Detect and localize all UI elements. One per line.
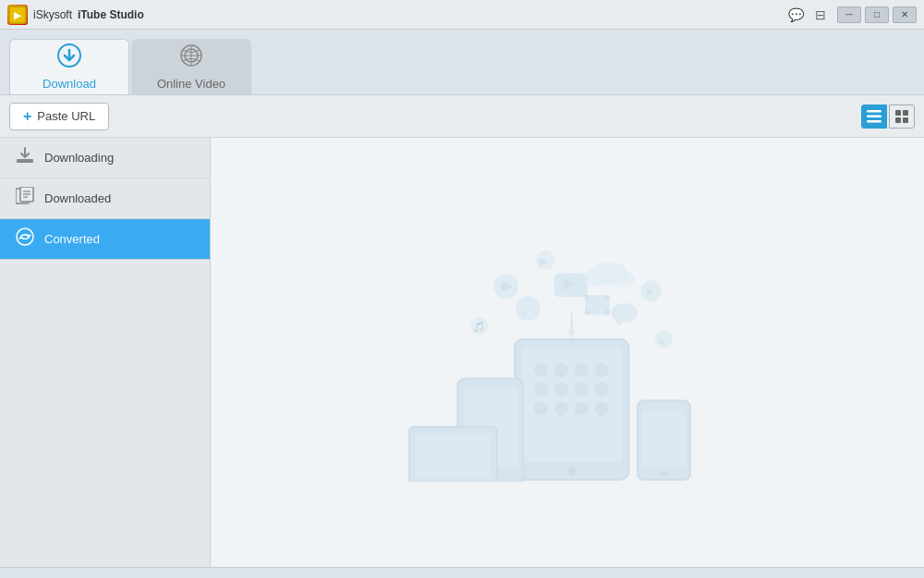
app-title: iTube Studio	[78, 8, 144, 21]
title-bar-left: ▶ iSkysoft iTube Studio	[7, 5, 144, 25]
chat-icon: 💬	[788, 7, 804, 22]
scroll-bar[interactable]	[0, 567, 924, 578]
view-toggle	[861, 105, 915, 129]
svg-rect-14	[895, 117, 901, 123]
tab-bar: Download Online Video	[0, 30, 924, 94]
close-button[interactable]: ✕	[893, 6, 917, 23]
svg-point-29	[534, 382, 548, 396]
svg-rect-52	[585, 295, 590, 300]
svg-point-33	[534, 401, 548, 415]
tab-download[interactable]: Download	[9, 39, 129, 94]
svg-rect-42	[643, 410, 686, 467]
sidebar-item-downloading-label: Downloading	[44, 151, 114, 165]
svg-rect-10	[867, 115, 881, 117]
svg-point-27	[575, 363, 589, 376]
list-view-button[interactable]	[861, 105, 887, 129]
svg-marker-72	[567, 330, 577, 339]
svg-rect-55	[605, 310, 610, 314]
main-panel: ♪	[211, 138, 924, 567]
svg-rect-54	[605, 295, 610, 300]
svg-point-37	[567, 467, 577, 476]
svg-text:▶: ▶	[540, 255, 548, 266]
plus-icon: +	[23, 108, 31, 125]
restore-button[interactable]: □	[865, 6, 889, 23]
svg-text:⊕: ⊕	[658, 336, 665, 346]
title-bar: ▶ iSkysoft iTube Studio 💬 ⊟ ─ □ ✕	[0, 0, 924, 30]
svg-text:★: ★	[644, 285, 654, 298]
app-window: ▶ iSkysoft iTube Studio 💬 ⊟ ─ □ ✕	[0, 0, 924, 578]
online-video-tab-icon	[179, 43, 203, 73]
sidebar-item-downloading[interactable]: Downloading	[0, 138, 210, 178]
svg-rect-16	[17, 159, 33, 163]
app-icon: ▶	[7, 5, 28, 25]
svg-rect-12	[895, 110, 901, 116]
paste-url-button[interactable]: + Paste URL	[9, 103, 109, 130]
svg-point-28	[594, 363, 608, 376]
svg-marker-59	[615, 320, 624, 327]
paste-url-label: Paste URL	[37, 109, 95, 123]
content-area: Downloading Downloaded	[0, 138, 924, 567]
svg-point-26	[554, 363, 568, 376]
svg-point-58	[612, 303, 638, 323]
sidebar-item-converted[interactable]: Converted	[0, 219, 210, 260]
svg-point-35	[575, 401, 589, 415]
minimize-button[interactable]: ─	[837, 6, 861, 23]
svg-point-30	[554, 382, 568, 396]
svg-point-64	[612, 272, 635, 288]
svg-rect-15	[903, 117, 908, 123]
sidebar-item-converted-label: Converted	[44, 232, 100, 246]
svg-rect-45	[416, 433, 492, 477]
svg-rect-11	[867, 120, 881, 123]
grid-view-button[interactable]	[889, 105, 915, 129]
svg-rect-9	[867, 110, 881, 113]
svg-text:🎵: 🎵	[473, 321, 486, 333]
svg-text:▶: ▶	[14, 10, 22, 20]
svg-point-22	[17, 228, 33, 245]
converted-icon	[15, 228, 35, 251]
empty-state-illustration: ♪	[392, 223, 743, 482]
svg-point-43	[662, 470, 667, 475]
svg-point-32	[594, 382, 608, 396]
sidebar: Downloading Downloaded	[0, 138, 211, 567]
svg-text:♪: ♪	[522, 302, 529, 316]
svg-point-25	[534, 363, 548, 376]
app-brand: iSkysoft	[33, 8, 72, 21]
svg-rect-53	[585, 310, 590, 314]
downloading-icon	[15, 146, 35, 169]
toolbar: + Paste URL	[0, 95, 924, 138]
title-bar-controls: 💬 ⊟ ─ □ ✕	[788, 6, 917, 23]
download-tab-icon	[57, 43, 81, 73]
svg-point-31	[575, 382, 589, 396]
tab-online-video-label: Online Video	[157, 77, 225, 91]
svg-rect-13	[903, 110, 908, 116]
downloaded-icon	[15, 187, 35, 210]
tab-download-label: Download	[43, 77, 96, 91]
svg-point-63	[583, 269, 608, 287]
settings-icon: ⊟	[815, 7, 826, 22]
tab-online-video[interactable]: Online Video	[131, 39, 251, 94]
main-area: + Paste URL	[0, 94, 924, 578]
svg-point-36	[594, 401, 608, 415]
sidebar-item-downloaded-label: Downloaded	[44, 191, 111, 205]
svg-point-34	[554, 401, 568, 415]
sidebar-item-downloaded[interactable]: Downloaded	[0, 178, 210, 219]
